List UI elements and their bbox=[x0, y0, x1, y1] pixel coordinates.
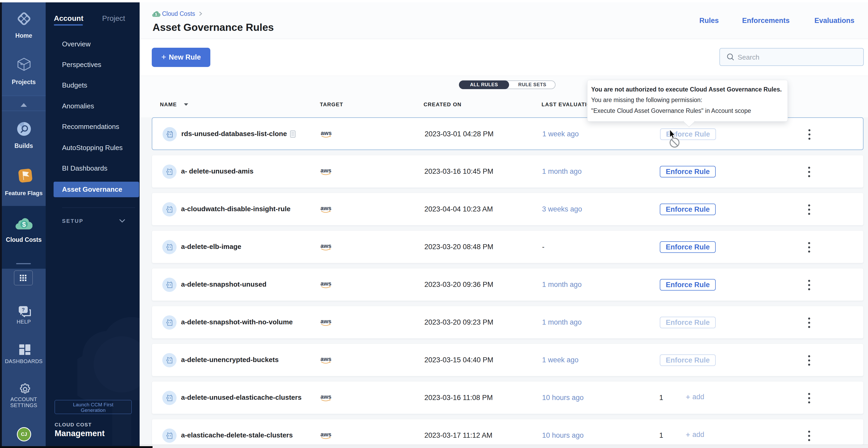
svg-text:aws: aws bbox=[320, 167, 332, 174]
svg-text:aws: aws bbox=[320, 394, 332, 400]
svg-text:?: ? bbox=[22, 307, 25, 312]
svg-text:aws: aws bbox=[320, 318, 332, 324]
svg-text:aws: aws bbox=[320, 356, 332, 362]
svg-text:aws: aws bbox=[321, 130, 332, 136]
svg-text:aws: aws bbox=[320, 432, 332, 438]
svg-text:$: $ bbox=[155, 12, 157, 16]
svg-text:aws: aws bbox=[320, 243, 332, 249]
svg-text:aws: aws bbox=[320, 281, 332, 287]
svg-text:$: $ bbox=[22, 220, 26, 228]
svg-text:aws: aws bbox=[320, 205, 332, 211]
